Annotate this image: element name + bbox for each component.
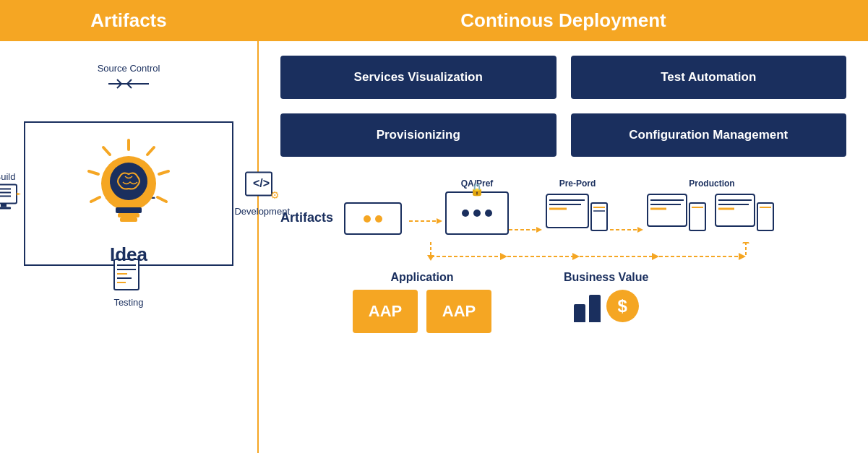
container-dots [462, 210, 492, 217]
bottom-content: Application AAP AAP Business Value [280, 271, 846, 333]
svg-rect-8 [0, 207, 11, 210]
source-control-icon [107, 75, 150, 92]
provisionizing-box: Provisionizing [280, 113, 557, 157]
left-panel: Artifacts Source Control Team 1 [0, 0, 257, 453]
svg-marker-67 [742, 242, 749, 243]
build-label: Build [0, 171, 15, 182]
lock-icon: 🔒 [470, 183, 484, 197]
right-panel: Continous Deployment Services Visualizat… [259, 0, 868, 453]
svg-rect-7 [1, 204, 7, 207]
svg-rect-50 [716, 194, 755, 226]
production-stage: Production [646, 178, 778, 235]
production-label: Production [689, 178, 734, 189]
pipeline-label: Artifacts [280, 210, 333, 225]
right-content: Services Visualization Test Automation P… [259, 41, 868, 453]
lightbulb-icon [78, 137, 179, 238]
prod-device-2 [714, 191, 778, 235]
qa-stage: QA/Pref 🔒 [445, 178, 509, 235]
aap-box-1: AAP [353, 290, 418, 333]
svg-point-25 [110, 163, 147, 200]
svg-rect-44 [648, 194, 687, 226]
artifact-small-box [344, 202, 402, 235]
bottom-arrows-row [344, 242, 821, 264]
svg-line-21 [159, 171, 168, 174]
svg-marker-61 [572, 253, 580, 260]
dashed-arrow-3 [610, 225, 646, 235]
monitor-svg [0, 182, 21, 214]
svg-rect-26 [116, 207, 142, 213]
app-label: Application [390, 271, 453, 284]
svg-rect-35 [546, 194, 588, 228]
svg-marker-9 [17, 193, 21, 196]
bottom-pipeline-arrows [416, 242, 821, 264]
svg-line-23 [89, 171, 98, 174]
dashed-arrow-2 [509, 225, 545, 235]
artifacts-header: Artifacts [0, 0, 257, 41]
biz-value-section: Business Value $ [564, 271, 648, 322]
arrow-3 [610, 212, 646, 235]
test-automation-box: Test Automation [571, 56, 847, 99]
idea-section: Idea [78, 137, 179, 266]
idea-label: Idea [110, 243, 147, 266]
svg-marker-65 [739, 253, 746, 260]
service-boxes: Services Visualization Test Automation P… [280, 56, 846, 157]
build-icon: Build [0, 171, 21, 217]
cd-header: Continous Deployment [259, 0, 868, 41]
config-management-box: Configuration Management [571, 113, 847, 157]
svg-line-22 [103, 147, 110, 155]
pipeline-section: Artifacts [280, 178, 846, 333]
svg-rect-28 [120, 217, 137, 222]
biz-value-visual: $ [574, 290, 639, 322]
prepord-stage: Pre-Pord [545, 178, 610, 235]
locked-container: 🔒 [445, 191, 509, 235]
arrow-2 [509, 212, 545, 235]
svg-marker-32 [437, 218, 442, 224]
application-section: Application AAP AAP [353, 271, 491, 333]
svg-line-30 [158, 197, 166, 202]
prepord-label: Pre-Pord [559, 178, 596, 189]
prod-device-1 [646, 191, 710, 235]
arrow-1 [409, 216, 445, 226]
biz-label: Business Value [564, 271, 648, 284]
prepord-device-icon [545, 191, 610, 235]
svg-marker-59 [500, 253, 507, 260]
svg-marker-43 [637, 227, 643, 233]
dashed-arrow-svg [409, 216, 445, 226]
svg-marker-63 [652, 253, 659, 260]
testing-label: Testing [113, 297, 143, 308]
main-container: Artifacts Source Control Team 1 [0, 0, 868, 453]
service-visualization-box: Services Visualization [280, 56, 557, 99]
left-content: Source Control Team 1 [0, 41, 257, 453]
svg-rect-27 [118, 213, 139, 217]
bar-2 [589, 295, 601, 322]
dollar-circle: $ [606, 290, 639, 322]
artifact-source [344, 202, 402, 235]
artifacts-diagram: Source Control Team 1 [0, 48, 257, 280]
svg-marker-34 [536, 227, 542, 233]
source-control-label: Source Control [14, 63, 243, 74]
aap-box-2: AAP [426, 290, 491, 333]
bar-1 [574, 304, 585, 322]
svg-line-20 [147, 147, 154, 155]
svg-rect-3 [0, 185, 17, 204]
svg-line-29 [91, 197, 100, 202]
